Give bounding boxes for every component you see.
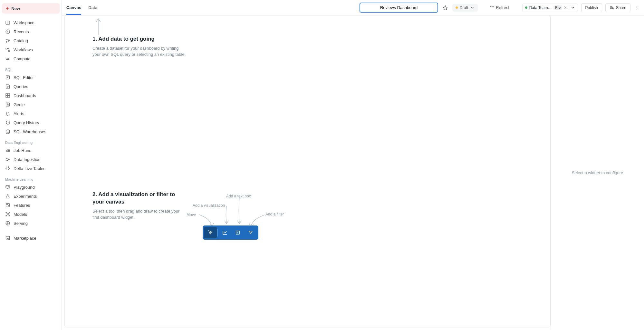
svg-point-24	[8, 205, 9, 206]
publish-label: Publish	[585, 5, 598, 10]
label: Workspace	[14, 20, 34, 25]
refresh-icon	[489, 5, 494, 10]
marketplace-icon	[5, 235, 10, 241]
svg-rect-9	[6, 94, 7, 95]
sidebar-item-sql-editor[interactable]: SQL Editor	[2, 73, 60, 82]
svg-rect-11	[6, 96, 7, 97]
tool-move[interactable]	[204, 227, 217, 238]
tool-add-filter[interactable]	[244, 227, 257, 238]
sidebar-item-workspace[interactable]: Workspace	[2, 18, 60, 27]
status-dropdown[interactable]: Draft	[452, 4, 478, 12]
svg-point-26	[6, 212, 7, 213]
onboarding-step-2: 2. Add a visualization or filter to your…	[92, 191, 186, 221]
sidebar-item-job-runs[interactable]: Job Runs	[2, 146, 60, 155]
label: Marketplace	[14, 236, 36, 241]
svg-marker-31	[443, 5, 447, 10]
sidebar-section-header: Data Engineering	[2, 136, 60, 146]
sidebar-item-playground[interactable]: Playground	[2, 183, 60, 192]
svg-rect-6	[6, 48, 7, 49]
catalog-icon	[5, 38, 10, 43]
svg-rect-0	[6, 21, 10, 25]
sidebar-item-data-ingestion[interactable]: Data Ingestion	[2, 155, 60, 164]
share-button[interactable]: Share	[605, 3, 630, 12]
label: Features	[14, 203, 30, 208]
favorite-button[interactable]	[441, 4, 449, 12]
sidebar-item-experiments[interactable]: Experiments	[2, 192, 60, 201]
canvas-toolbar	[203, 225, 258, 240]
dashboard-title-input[interactable]	[360, 3, 438, 13]
step2-body: Select a tool then drag and draw to crea…	[92, 208, 186, 221]
new-button[interactable]: + New	[2, 3, 60, 14]
refresh-button[interactable]: Refresh	[489, 5, 511, 10]
label: Query History	[14, 120, 39, 125]
svg-point-32	[610, 6, 612, 7]
workflows-icon	[5, 47, 10, 52]
config-panel: Select a widget to configure	[551, 15, 644, 330]
main: Canvas Data Draft Refresh Data Team… Pro…	[62, 0, 644, 330]
cursor-icon	[208, 230, 213, 235]
sidebar-item-query-history[interactable]: Query History	[2, 118, 60, 127]
sidebar-item-models[interactable]: Models	[2, 210, 60, 219]
sidebar-item-catalog[interactable]: Catalog	[2, 36, 60, 45]
text-box-icon	[235, 230, 240, 235]
svg-point-16	[6, 158, 7, 159]
sidebar: + New WorkspaceRecentsCatalogWorkflowsCo…	[0, 0, 62, 330]
svg-rect-12	[8, 96, 10, 97]
sidebar-item-queries[interactable]: Queries	[2, 82, 60, 91]
sidebar-item-genie[interactable]: Genie	[2, 100, 60, 109]
compute-name: Data Team…	[529, 5, 552, 10]
sidebar-item-recents[interactable]: Recents	[2, 27, 60, 36]
svg-point-33	[612, 7, 613, 8]
svg-rect-22	[6, 204, 10, 207]
topbar: Canvas Data Draft Refresh Data Team… Pro…	[62, 0, 644, 15]
publish-button[interactable]: Publish	[581, 3, 602, 12]
svg-point-15	[6, 130, 10, 131]
experiments-icon	[5, 194, 10, 199]
onboarding-step-1: 1. Add data to get going Create a datase…	[92, 35, 186, 58]
kebab-icon	[634, 5, 639, 10]
svg-point-21	[8, 187, 9, 187]
chart-icon	[222, 230, 227, 235]
warehouses-icon	[5, 129, 10, 134]
sidebar-item-compute[interactable]: Compute	[2, 54, 60, 63]
label: Workflows	[14, 47, 33, 52]
view-tabs: Canvas Data	[66, 1, 97, 15]
label: Serving	[14, 221, 28, 226]
svg-point-34	[637, 6, 637, 6]
tool-add-visualization[interactable]	[218, 227, 231, 238]
label: Models	[14, 212, 27, 217]
svg-point-23	[7, 204, 8, 205]
tab-canvas[interactable]: Canvas	[66, 1, 81, 15]
chevron-down-icon	[470, 5, 475, 10]
svg-point-27	[9, 212, 10, 213]
hint-add-visualization: Add a visualization	[193, 203, 225, 208]
tab-data[interactable]: Data	[88, 1, 97, 15]
label: Dashboards	[14, 93, 36, 98]
sidebar-item-delta-live-tables[interactable]: Delta Live Tables	[2, 164, 60, 173]
sidebar-item-sql-warehouses[interactable]: SQL Warehouses	[2, 127, 60, 136]
star-icon	[443, 5, 448, 10]
tool-add-text[interactable]	[231, 227, 244, 238]
label: Experiments	[14, 194, 37, 199]
sidebar-item-dashboards[interactable]: Dashboards	[2, 91, 60, 100]
sidebar-section-header: Machine Learning	[2, 173, 60, 183]
sidebar-item-serving[interactable]: Serving	[2, 219, 60, 228]
sidebar-item-marketplace[interactable]: Marketplace	[2, 234, 60, 243]
sidebar-item-workflows[interactable]: Workflows	[2, 45, 60, 54]
pro-badge: Pro	[553, 5, 562, 10]
sidebar-item-alerts[interactable]: Alerts	[2, 109, 60, 118]
compute-selector[interactable]: Data Team… Pro XL	[522, 4, 578, 12]
hint-move: Move	[187, 213, 196, 217]
ingestion-icon	[5, 157, 10, 162]
plus-icon: +	[6, 6, 9, 11]
label: Playground	[14, 185, 35, 190]
more-menu-button[interactable]	[634, 5, 640, 10]
filter-icon	[248, 230, 253, 235]
recents-icon	[5, 29, 10, 34]
canvas-card[interactable]: 1. Add data to get going Create a datase…	[64, 15, 551, 327]
dlt-icon	[5, 166, 10, 171]
sidebar-item-features[interactable]: Features	[2, 201, 60, 210]
hint-add-filter: Add a filter	[265, 212, 284, 216]
sqleditor-icon	[5, 75, 10, 80]
svg-point-20	[7, 187, 7, 187]
